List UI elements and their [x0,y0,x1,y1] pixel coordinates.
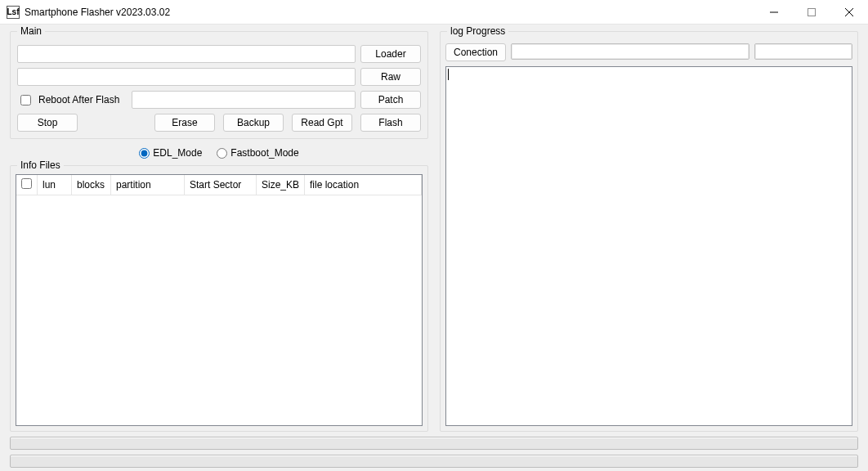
text-caret [448,69,449,80]
fastboot-mode-radio[interactable]: Fastboot_Mode [217,147,298,159]
reboot-after-flash-checkbox[interactable]: Reboot After Flash [17,92,127,108]
bottom-progress-2 [10,455,858,468]
log-textbox[interactable] [445,66,852,426]
groupbox-info-files: Info Files lun blocks partition Start Se… [10,165,428,432]
column-check-all[interactable] [16,175,38,195]
groupbox-main: Main Loader Raw Reboot After Flash Patch [10,31,428,139]
table-header-row: lun blocks partition Start Sector Size_K… [16,175,422,195]
fastboot-mode-radio-input[interactable] [217,148,227,159]
svg-rect-0 [808,8,816,16]
column-partition[interactable]: partition [111,175,185,195]
raw-path-input[interactable] [17,68,356,86]
column-lun[interactable]: lun [38,175,72,195]
fastboot-mode-label: Fastboot_Mode [230,147,298,159]
minimize-icon [770,8,778,16]
progress-secondary [754,43,852,60]
patch-path-input[interactable] [132,91,356,109]
bottom-progress-1 [10,437,858,450]
backup-button[interactable]: Backup [223,114,284,132]
check-all-input[interactable] [21,178,32,189]
window-titlebar: Lsf Smartphone Flasher v2023.03.02 [0,0,868,25]
window-close-button[interactable] [830,0,868,25]
column-size-kb[interactable]: Size_KB [257,175,305,195]
reboot-after-flash-check-input[interactable] [20,95,31,105]
maximize-icon [808,8,816,16]
flash-button[interactable]: Flash [360,114,421,132]
groupbox-main-legend: Main [17,25,45,37]
groupbox-log-progress: log Progress Conection [440,31,858,432]
column-file-location[interactable]: file location [305,175,422,195]
readgpt-button[interactable]: Read Gpt [292,114,352,132]
info-table[interactable]: lun blocks partition Start Sector Size_K… [16,174,423,426]
patch-button[interactable]: Patch [360,91,421,109]
edl-mode-label: EDL_Mode [153,147,202,159]
column-blocks[interactable]: blocks [72,175,111,195]
close-icon [845,8,853,16]
groupbox-info-legend: Info Files [17,159,64,171]
window-maximize-button[interactable] [793,0,830,25]
window-title: Smartphone Flasher v2023.03.02 [25,7,170,18]
column-start-sector[interactable]: Start Sector [185,175,257,195]
groupbox-log-legend: log Progress [447,25,508,37]
progress-main [511,43,749,60]
edl-mode-radio-input[interactable] [139,148,150,159]
window-minimize-button[interactable] [755,0,793,25]
loader-path-input[interactable] [17,45,356,63]
edl-mode-radio[interactable]: EDL_Mode [139,147,202,159]
loader-button[interactable]: Loader [360,45,421,63]
stop-button[interactable]: Stop [17,114,78,132]
erase-button[interactable]: Erase [154,114,215,132]
app-icon: Lsf [7,6,20,19]
raw-button[interactable]: Raw [360,68,421,86]
reboot-after-flash-label: Reboot After Flash [38,94,119,105]
connection-button[interactable]: Conection [445,43,506,61]
mode-radiogroup: EDL_Mode Fastboot_Mode [10,139,428,165]
